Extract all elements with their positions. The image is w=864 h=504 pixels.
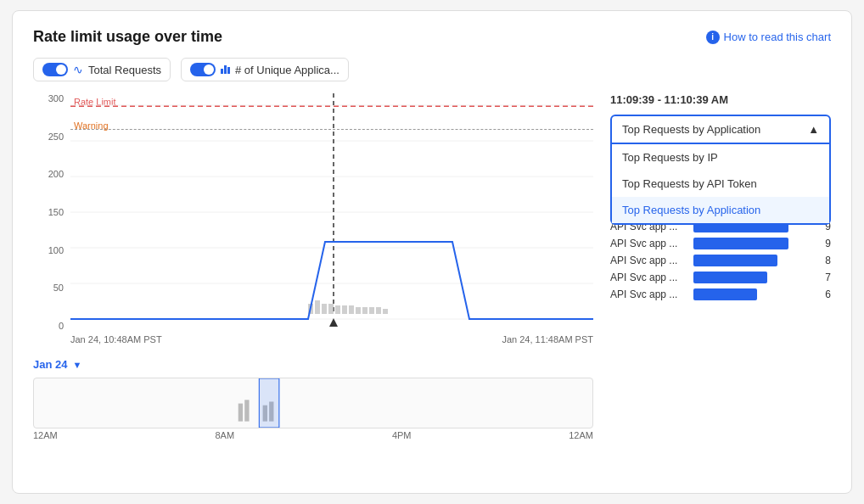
controls-row: ∿ Total Requests # of Unique Applica... <box>33 58 831 81</box>
bar-chart-icon <box>221 65 230 74</box>
y-label-100: 100 <box>48 245 64 255</box>
y-label-250: 250 <box>48 132 64 142</box>
svg-rect-10 <box>315 300 320 314</box>
chevron-up-icon: ▲ <box>808 123 819 136</box>
svg-rect-15 <box>349 305 354 314</box>
dropdown-item-api-token[interactable]: Top Requests by API Token <box>612 171 829 197</box>
y-axis: 300 250 200 150 100 50 0 <box>33 93 67 331</box>
bar-label-2: API Svc app ... <box>610 238 687 249</box>
date-row: Jan 24 ▼ <box>33 358 593 371</box>
svg-rect-12 <box>328 304 334 314</box>
page-title: Rate limit usage over time <box>33 28 222 46</box>
bar-track-2 <box>693 238 811 249</box>
mini-x-label-12am-start: 12AM <box>33 430 58 440</box>
y-label-0: 0 <box>59 321 64 331</box>
date-label[interactable]: Jan 24 <box>33 358 67 371</box>
mini-x-label-8am: 8AM <box>216 430 235 440</box>
main-content: 300 250 200 150 100 50 0 Rate Limit Warn… <box>33 93 831 442</box>
mini-chart[interactable] <box>33 378 593 428</box>
svg-rect-25 <box>259 378 279 428</box>
toggle1-label: Total Requests <box>88 64 161 76</box>
y-label-150: 150 <box>48 207 64 217</box>
dropdown-item-application[interactable]: Top Requests by Application <box>612 197 829 223</box>
bar-row-5: API Svc app ... 6 <box>610 288 831 300</box>
info-icon: i <box>706 31 720 44</box>
mini-chart-svg <box>34 378 592 428</box>
toggle2-label: # of Unique Applica... <box>235 64 339 76</box>
svg-rect-17 <box>362 307 367 314</box>
main-card: Rate limit usage over time i How to read… <box>12 10 852 494</box>
dropdown-menu: Top Requests by IP Top Requests by API T… <box>610 144 831 225</box>
right-panel: 11:09:39 - 11:10:39 AM Top Requests by A… <box>593 93 831 442</box>
mini-chart-inner <box>34 378 592 428</box>
bar-row-3: API Svc app ... 8 <box>610 255 831 266</box>
total-requests-toggle[interactable]: ∿ Total Requests <box>33 58 171 81</box>
time-range: 11:09:39 - 11:10:39 AM <box>610 93 831 106</box>
dropdown-trigger[interactable]: Top Requests by Application ▲ <box>610 115 831 144</box>
chart-area: 300 250 200 150 100 50 0 Rate Limit Warn… <box>33 93 593 442</box>
x-label-left: Jan 24, 10:48AM PST <box>70 334 162 344</box>
svg-rect-22 <box>244 400 249 421</box>
bar-row-2: API Svc app ... 9 <box>610 238 831 249</box>
svg-rect-13 <box>335 305 340 314</box>
bar-track-5 <box>693 288 811 300</box>
svg-rect-11 <box>322 304 327 314</box>
y-label-50: 50 <box>53 283 64 293</box>
y-label-200: 200 <box>48 169 64 179</box>
bar-row-4: API Svc app ... 7 <box>610 272 831 283</box>
bar-label-5: API Svc app ... <box>610 288 687 300</box>
bar-fill-5 <box>693 288 757 300</box>
svg-rect-19 <box>376 307 381 314</box>
chart-inner: Rate Limit Warning <box>70 93 593 331</box>
toggle-switch-1 <box>42 63 68 76</box>
svg-rect-20 <box>383 309 388 314</box>
bar-label-3: API Svc app ... <box>610 255 687 266</box>
svg-rect-14 <box>342 305 347 314</box>
mini-x-label-12am-end: 12AM <box>569 430 593 440</box>
bar-value-4: 7 <box>817 272 831 283</box>
dropdown-container: Top Requests by Application ▲ Top Reques… <box>610 115 831 144</box>
bar-track-4 <box>693 272 811 283</box>
chart-svg <box>70 93 593 331</box>
bar-fill-3 <box>693 255 777 266</box>
bar-label-4: API Svc app ... <box>610 272 687 283</box>
unique-apps-toggle[interactable]: # of Unique Applica... <box>181 58 349 81</box>
bar-value-2: 9 <box>817 238 831 249</box>
bar-fill-4 <box>693 272 767 283</box>
svg-rect-16 <box>356 307 361 314</box>
how-to-label: How to read this chart <box>724 31 831 43</box>
x-axis-labels: Jan 24, 10:48AM PST Jan 24, 11:48AM PST <box>70 334 593 344</box>
bar-value-3: 8 <box>817 255 831 266</box>
chevron-down-icon[interactable]: ▼ <box>72 360 81 370</box>
toggle-switch-2 <box>190 63 216 76</box>
y-label-300: 300 <box>48 93 64 104</box>
x-label-right: Jan 24, 11:48AM PST <box>502 334 593 344</box>
mini-x-label-4pm: 4PM <box>392 430 412 440</box>
line-chart-icon: ∿ <box>73 63 83 76</box>
bar-track-3 <box>693 255 811 266</box>
dropdown-selected-label: Top Requests by Application <box>622 123 760 136</box>
bar-value-5: 6 <box>817 288 831 300</box>
dropdown-item-ip[interactable]: Top Requests by IP <box>612 144 829 171</box>
mini-x-labels: 12AM 8AM 4PM 12AM <box>33 428 593 442</box>
svg-rect-18 <box>369 307 374 314</box>
svg-rect-21 <box>238 404 243 422</box>
card-header: Rate limit usage over time i How to read… <box>33 28 831 46</box>
bar-fill-2 <box>693 238 788 249</box>
how-to-link[interactable]: i How to read this chart <box>706 31 831 44</box>
